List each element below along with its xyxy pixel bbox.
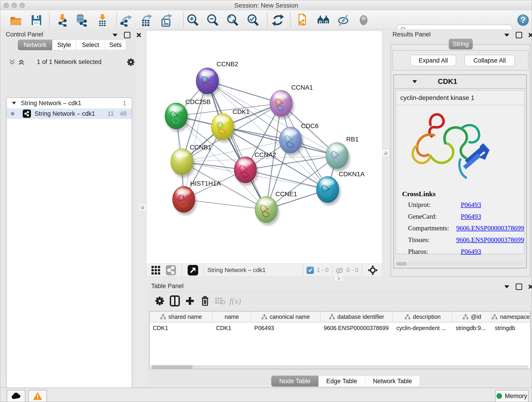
network-canvas[interactable]: CCNB2CCNA1CDC25BCDK1CDC6RB1CCNB1CCNA2CDK… xyxy=(146,31,382,264)
zoom-out-button[interactable] xyxy=(206,13,220,27)
table-cell[interactable]: 9606.ENSP00000378699 xyxy=(321,322,393,333)
hide-graphics-details-button[interactable] xyxy=(337,13,351,27)
column-header[interactable]: shared name xyxy=(150,312,213,322)
panel-float-icon[interactable] xyxy=(124,32,130,38)
selected-nodes-checkbox[interactable] xyxy=(307,267,314,274)
tree-expand-icon[interactable] xyxy=(12,102,16,105)
crosslink-label: Pharos: xyxy=(408,248,461,255)
table-cell[interactable]: stringdb:9... xyxy=(452,322,492,333)
column-header[interactable]: description xyxy=(393,312,452,322)
network-node-CDKN1A[interactable]: CDKN1A xyxy=(317,171,365,205)
horizontal-splitter-handle[interactable] xyxy=(335,276,342,281)
network-overview-button[interactable] xyxy=(317,13,330,27)
create-column-button[interactable] xyxy=(182,294,197,308)
table-cell[interactable]: cyclin-dependent ... xyxy=(393,322,452,333)
expand-all-button[interactable]: Expand All xyxy=(410,55,456,66)
panel-float-icon[interactable] xyxy=(516,283,522,290)
import-table-button[interactable] xyxy=(95,13,109,27)
title-bar: Session: New Session xyxy=(0,0,532,11)
birds-eye-view-button[interactable] xyxy=(148,263,163,277)
zoom-in-button[interactable] xyxy=(186,13,200,27)
open-view-in-window-button[interactable] xyxy=(185,263,201,277)
tab-style[interactable]: Style xyxy=(52,40,76,50)
table-cell[interactable]: P06493 xyxy=(251,322,321,333)
crosslinks-title: CrossLinks xyxy=(402,190,524,198)
network-node-CDC6[interactable]: CDC6 xyxy=(279,122,318,156)
network-node-HIST1H1A[interactable]: HIST1H1A xyxy=(172,180,221,215)
network-node-CCNB2[interactable]: CCNB2 xyxy=(196,61,238,97)
cloud-status-button[interactable] xyxy=(7,390,25,402)
pan-mode-button[interactable] xyxy=(365,263,380,277)
panel-close-icon[interactable] xyxy=(136,32,141,38)
panel-float-icon[interactable] xyxy=(516,32,522,38)
column-header[interactable]: namespace xyxy=(492,312,530,322)
section-collapse-icon[interactable] xyxy=(412,80,417,83)
zoom-selected-button[interactable] xyxy=(246,13,260,27)
vertical-splitter-handle[interactable] xyxy=(139,204,146,211)
panel-menu-icon[interactable] xyxy=(112,33,118,37)
memory-button[interactable]: Memory xyxy=(495,390,529,402)
export-table-button[interactable] xyxy=(139,13,153,27)
tab-network-table[interactable]: Network Table xyxy=(365,376,420,387)
table-cell[interactable]: CDK1 xyxy=(213,322,251,333)
vertical-splitter-handle[interactable] xyxy=(382,150,389,156)
network-node-RB1[interactable]: RB1 xyxy=(326,136,359,172)
table-options-button[interactable] xyxy=(152,294,167,308)
column-header[interactable]: @id xyxy=(452,312,492,322)
tab-edge-table[interactable]: Edge Table xyxy=(318,376,365,387)
tab-node-table[interactable]: Node Table xyxy=(271,376,318,387)
export-image-button[interactable] xyxy=(159,13,173,27)
show-column-panel-button[interactable] xyxy=(167,294,182,308)
network-collection-row[interactable]: String Network – cdk1 1 xyxy=(7,98,132,108)
window-title: Session: New Session xyxy=(0,2,532,9)
delete-column-button[interactable] xyxy=(197,294,213,308)
tab-sets[interactable]: Sets xyxy=(105,40,126,50)
crosslink-link[interactable]: 9606.ENSP00000378699 xyxy=(456,236,524,244)
table-horizontal-scrollbar[interactable] xyxy=(150,365,529,369)
crosslinks-list: Uniprot:P06493GeneCard:P06493Compartment… xyxy=(408,201,524,255)
protein-section-header[interactable]: CDK1 xyxy=(394,75,526,89)
import-network-button[interactable] xyxy=(56,13,69,27)
collection-count: 1 xyxy=(123,100,126,107)
panel-menu-icon[interactable] xyxy=(504,285,510,288)
crosslink-link[interactable]: P06493 xyxy=(461,201,481,209)
export-network-icon xyxy=(120,14,133,27)
column-header[interactable]: canonical name xyxy=(251,312,321,322)
column-header[interactable]: name xyxy=(213,312,251,322)
show-graphics-details-button[interactable] xyxy=(357,13,370,27)
results-horizontal-scrollbar[interactable] xyxy=(396,262,524,266)
scrollbar-thumb[interactable] xyxy=(152,365,193,369)
help-button[interactable]: ? xyxy=(516,13,530,27)
network-node-CDC25B[interactable]: CDC25B xyxy=(165,98,210,132)
network-row-selected[interactable]: String Network – cdk1 11 48 xyxy=(7,108,132,119)
collapse-all-button[interactable]: Collapse All xyxy=(464,55,515,66)
crosslink-link[interactable]: P06493 xyxy=(461,248,481,255)
reapply-layout-button[interactable] xyxy=(271,13,285,27)
floppy-icon xyxy=(30,14,43,27)
export-network-button[interactable] xyxy=(120,13,133,27)
zoom-fit-button[interactable] xyxy=(226,13,239,27)
table-cell[interactable]: stringdb xyxy=(492,322,530,333)
table-cell[interactable]: CDK1 xyxy=(150,322,213,333)
open-session-button[interactable] xyxy=(9,13,23,27)
panel-menu-icon[interactable] xyxy=(504,33,510,37)
network-node-CCNE1[interactable]: CCNE1 xyxy=(255,191,297,225)
network-node-CCNA1[interactable]: CCNA1 xyxy=(270,84,313,119)
tab-string[interactable]: String xyxy=(449,39,473,49)
warnings-button[interactable] xyxy=(28,390,47,402)
new-network-from-file-button[interactable] xyxy=(296,13,310,27)
network-options-gear-icon[interactable] xyxy=(127,58,135,66)
network-share-view-button[interactable] xyxy=(163,263,178,277)
scrollbar-thumb[interactable] xyxy=(396,262,407,266)
network-graph[interactable]: CCNB2CCNA1CDC25BCDK1CDC6RB1CCNB1CCNA2CDK… xyxy=(146,31,382,264)
panel-close-icon[interactable] xyxy=(528,32,532,38)
save-session-button[interactable] xyxy=(30,13,43,27)
tab-select[interactable]: Select xyxy=(76,40,105,50)
crosslink-link[interactable]: 9606.ENSP00000378699 xyxy=(456,224,524,232)
tab-network[interactable]: Network xyxy=(18,40,52,50)
panel-close-icon[interactable] xyxy=(528,284,532,289)
column-header[interactable]: database identifier xyxy=(321,312,393,322)
import-network-from-database-button[interactable] xyxy=(75,13,89,27)
table-row[interactable]: CDK1CDK1P064939606.ENSP00000378699cyclin… xyxy=(150,322,530,333)
crosslink-link[interactable]: P06493 xyxy=(461,213,481,220)
